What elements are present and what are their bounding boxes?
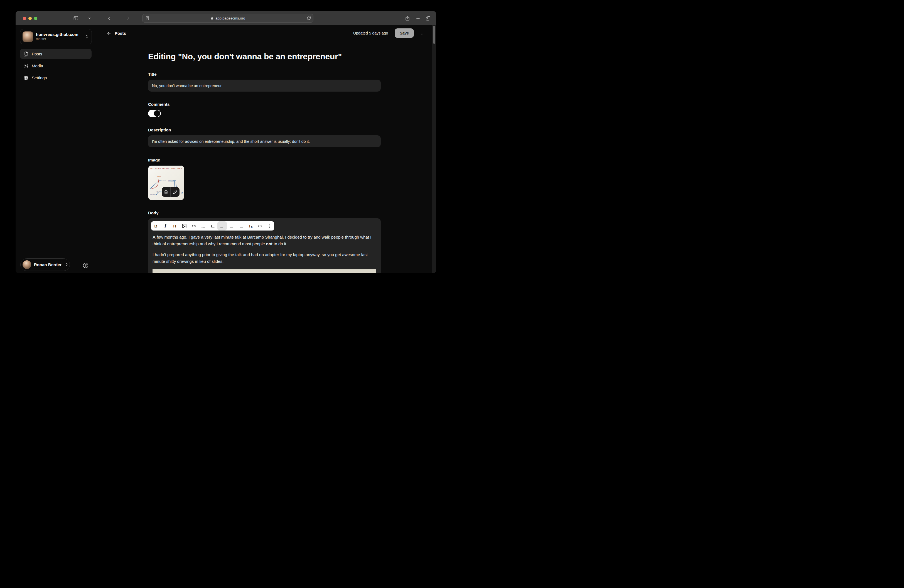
svg-text:TAD MORE ABOUT OUTCOMES: TAD MORE ABOUT OUTCOMES xyxy=(150,168,182,169)
save-button[interactable]: Save xyxy=(395,28,414,38)
chevrons-up-down-icon xyxy=(85,35,89,39)
comments-field-group: Comments xyxy=(148,101,381,117)
account-switcher[interactable]: hunvreus.github.com master xyxy=(20,29,92,44)
align-right-button[interactable] xyxy=(236,221,246,231)
svg-text:CEO: CEO xyxy=(157,175,161,177)
help-icon[interactable] xyxy=(83,262,89,269)
page-title: Editing "No, you don't wanna be an entre… xyxy=(148,52,381,62)
description-field-group: Description xyxy=(148,127,381,147)
body-editor-content[interactable]: A few months ago, I gave a very last min… xyxy=(151,234,378,265)
scrollbar-thumb[interactable] xyxy=(433,26,435,44)
code-button[interactable] xyxy=(255,221,265,231)
toolbar-divider xyxy=(85,16,85,21)
user-avatar xyxy=(22,260,31,269)
body-paragraph[interactable]: A few months ago, I gave a very last min… xyxy=(153,234,376,247)
user-menu[interactable]: Ronan Berder xyxy=(20,258,70,271)
edit-image-button[interactable] xyxy=(171,187,180,197)
description-label: Description xyxy=(148,127,381,133)
back-icon[interactable] xyxy=(107,11,112,25)
url-text: app.pagescms.org xyxy=(215,16,245,21)
align-left-button[interactable] xyxy=(217,221,227,231)
svg-text:PAYOUT: PAYOUT xyxy=(150,194,157,196)
forward-icon[interactable] xyxy=(126,11,131,25)
traffic-lights xyxy=(23,11,37,25)
bullet-list-button[interactable] xyxy=(198,221,208,231)
more-options-icon[interactable] xyxy=(418,28,426,38)
arrow-left-icon xyxy=(107,31,111,36)
new-tab-icon[interactable] xyxy=(416,11,420,25)
reader-icon[interactable] xyxy=(145,16,150,21)
settings-icon xyxy=(24,76,28,81)
files-icon xyxy=(24,52,28,57)
svg-text:LIT: LIT xyxy=(181,192,183,194)
body-editor[interactable]: BIHTx A few months ago, I gave a very la… xyxy=(148,218,381,273)
delete-image-button[interactable] xyxy=(162,187,171,197)
sidebar-item-media[interactable]: Media xyxy=(20,61,92,71)
address-bar[interactable]: app.pagescms.org xyxy=(142,14,313,22)
sidebar-item-label: Posts xyxy=(32,52,42,56)
sidebar-item-posts[interactable]: Posts xyxy=(20,49,92,59)
clear-format-button[interactable]: Tx xyxy=(246,221,255,231)
italic-button[interactable]: I xyxy=(161,221,170,231)
heading-button[interactable]: H xyxy=(170,221,180,231)
description-input[interactable] xyxy=(148,135,381,147)
share-icon[interactable] xyxy=(405,11,410,25)
reload-icon[interactable] xyxy=(307,16,311,21)
editor-form: Editing "No, you don't wanna be an entre… xyxy=(148,41,381,273)
align-center-button[interactable] xyxy=(227,221,236,231)
more-button[interactable] xyxy=(265,221,274,231)
comments-label: Comments xyxy=(148,101,381,107)
body-field-group: Body BIHTx A few months ago, I gave a ve… xyxy=(148,210,381,273)
bullet-list-icon xyxy=(201,224,205,228)
align-right-icon xyxy=(239,224,243,228)
sidebar: hunvreus.github.com master PostsMediaSet… xyxy=(16,25,96,273)
link-icon xyxy=(191,224,196,228)
editor-toolbar: BIHTx xyxy=(151,221,274,231)
title-label: Title xyxy=(148,71,381,77)
updated-status: Updated 5 days ago xyxy=(353,31,388,35)
body-label: Body xyxy=(148,210,381,216)
chevrons-up-down-icon xyxy=(65,263,68,266)
svg-text:10 YEA: 10 YEA xyxy=(156,191,162,193)
link-button[interactable] xyxy=(189,221,198,231)
ordered-list-icon xyxy=(210,224,215,228)
tab-overview-icon[interactable] xyxy=(425,11,431,25)
body-paragraph[interactable]: I hadn't prepared anything prior to givi… xyxy=(153,251,376,265)
sidebar-toggle-icon[interactable] xyxy=(73,11,79,25)
align-left-icon xyxy=(220,224,224,228)
close-window-button[interactable] xyxy=(23,17,26,20)
title-field-group: Title xyxy=(148,71,381,92)
image-button[interactable] xyxy=(180,221,189,231)
page-header: Posts Updated 5 days ago Save xyxy=(96,25,432,41)
back-to-posts[interactable]: Posts xyxy=(107,31,126,36)
sidebar-item-label: Settings xyxy=(32,76,47,80)
image-icon xyxy=(24,63,28,68)
browser-toolbar: app.pagescms.org xyxy=(16,11,436,25)
repo-avatar xyxy=(22,32,33,42)
back-label: Posts xyxy=(115,31,126,36)
toggle-knob xyxy=(154,110,160,117)
minimize-window-button[interactable] xyxy=(28,17,32,20)
image-thumbnail[interactable]: TAD MORE ABOUT OUTCOMES CEO NOT CEO 10 Y… xyxy=(148,165,184,200)
sidebar-item-label: Media xyxy=(32,63,43,68)
image-label: Image xyxy=(148,157,381,163)
image-actions xyxy=(162,187,180,197)
sidebar-nav: PostsMediaSettings xyxy=(20,49,92,83)
sidebar-item-settings[interactable]: Settings xyxy=(20,73,92,83)
chevron-down-icon[interactable] xyxy=(88,11,91,25)
embedded-image-top xyxy=(153,269,376,273)
lock-icon xyxy=(210,17,214,20)
ordered-list-button[interactable] xyxy=(208,221,217,231)
user-name: Ronan Berder xyxy=(34,262,62,267)
branch-name: master xyxy=(36,37,79,41)
svg-text:NOT CEO: NOT CEO xyxy=(159,180,166,182)
app-area: hunvreus.github.com master PostsMediaSet… xyxy=(16,25,436,273)
comments-toggle[interactable] xyxy=(148,110,161,117)
image-field-group: Image TAD M xyxy=(148,157,381,200)
zoom-window-button[interactable] xyxy=(34,17,37,20)
title-input[interactable] xyxy=(148,80,381,92)
bold-button[interactable]: B xyxy=(151,221,161,231)
browser-window: app.pagescms.org hunvreus.github.com mas… xyxy=(16,11,436,273)
repo-name: hunvreus.github.com xyxy=(36,32,79,37)
align-center-icon xyxy=(229,224,234,228)
